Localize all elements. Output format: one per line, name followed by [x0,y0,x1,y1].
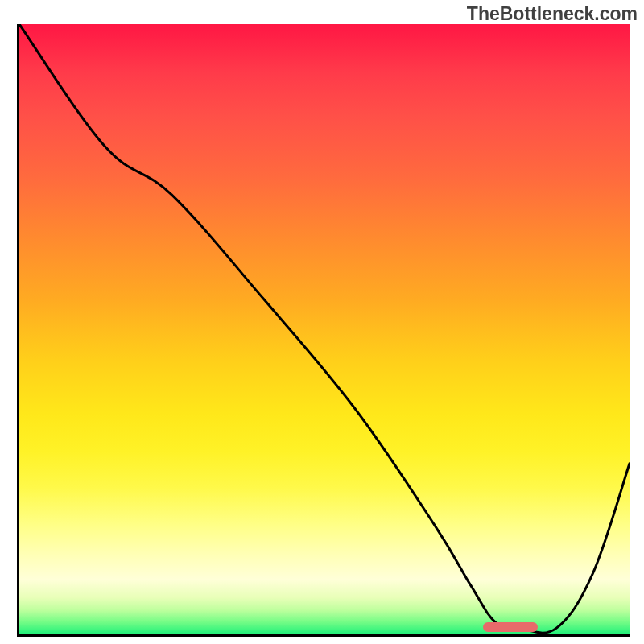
optimum-range-marker [483,622,538,632]
bottleneck-curve [19,24,630,634]
chart-area [17,24,630,637]
watermark-text: TheBottleneck.com [467,3,638,25]
